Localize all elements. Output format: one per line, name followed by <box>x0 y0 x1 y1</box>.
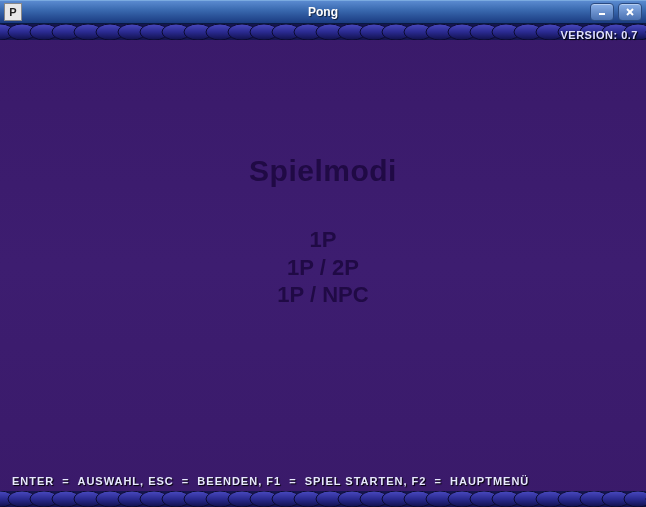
hint-f2-key: F2 <box>412 475 427 487</box>
close-button[interactable] <box>618 3 642 21</box>
sep-icon: = <box>182 475 189 487</box>
decorative-border-top <box>0 24 646 40</box>
hint-f1-action: SPIEL STARTEN <box>305 475 404 487</box>
hint-enter-key: ENTER <box>12 475 54 487</box>
svg-rect-7 <box>0 24 646 40</box>
sep-icon: = <box>435 475 442 487</box>
hint-enter-action: AUSWAHL <box>77 475 140 487</box>
menu-title: Spielmodi <box>0 154 646 188</box>
hint-esc-key: ESC <box>148 475 174 487</box>
sep-icon: = <box>62 475 69 487</box>
menu-option-1p-2p[interactable]: 1P / 2P <box>0 254 646 282</box>
key-hints: ENTER = AUSWAHL, ESC = BEENDEN, F1 = SPI… <box>12 475 529 487</box>
decorative-border-bottom <box>0 491 646 507</box>
pair-sep-icon: , <box>140 475 144 487</box>
hint-esc-action: BEENDEN <box>197 475 258 487</box>
game-mode-menu: Spielmodi 1P 1P / 2P 1P / NPC <box>0 154 646 309</box>
pair-sep-icon: , <box>403 475 407 487</box>
menu-option-1p[interactable]: 1P <box>0 226 646 254</box>
window-controls <box>590 3 642 21</box>
window-title: Pong <box>0 5 646 19</box>
titlebar[interactable]: P Pong <box>0 0 646 24</box>
hint-f1-key: F1 <box>266 475 281 487</box>
version-label: VERSION: 0.7 <box>560 29 638 41</box>
minimize-button[interactable] <box>590 3 614 21</box>
sep-icon: = <box>289 475 296 487</box>
pair-sep-icon: , <box>258 475 262 487</box>
hint-f2-action: HAUPTMENÜ <box>450 475 529 487</box>
game-area: VERSION: 0.7 Spielmodi 1P 1P / 2P 1P / N… <box>0 24 646 507</box>
app-icon: P <box>4 3 22 21</box>
menu-option-1p-npc[interactable]: 1P / NPC <box>0 281 646 309</box>
menu-options: 1P 1P / 2P 1P / NPC <box>0 226 646 309</box>
app-window: P Pong <box>0 0 646 507</box>
svg-rect-8 <box>0 491 646 507</box>
